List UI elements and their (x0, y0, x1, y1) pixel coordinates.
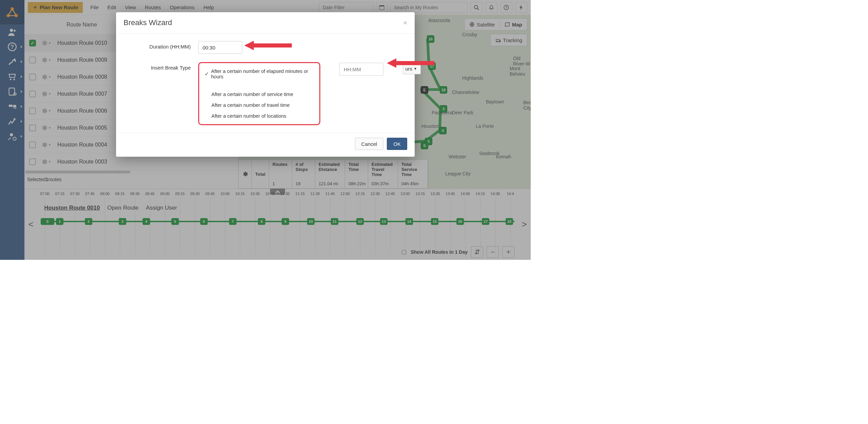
close-icon[interactable]: × (403, 19, 407, 27)
break-type-option-elapsed[interactable]: ✓After a certain number of elapsed minut… (199, 66, 319, 82)
break-value-input[interactable] (339, 63, 383, 76)
cancel-button[interactable]: Cancel (355, 138, 384, 150)
duration-label: Duration (HH:MM) (124, 41, 198, 50)
break-type-option-locations[interactable]: ✓After a certain number of locations (199, 111, 319, 121)
annotation-arrow-duration (244, 39, 292, 52)
break-type-label: Insert Break Type (124, 62, 198, 71)
break-type-dropdown[interactable]: ✓After a certain number of elapsed minut… (198, 62, 320, 125)
breaks-wizard-modal: Breaks Wizard × Duration (HH:MM) Insert … (116, 12, 415, 157)
svg-marker-27 (387, 58, 434, 68)
annotation-arrow-hhmm (387, 56, 434, 70)
duration-input[interactable] (198, 41, 242, 54)
svg-marker-26 (244, 41, 292, 50)
break-type-option-service[interactable]: ✓After a certain number of service time (199, 89, 319, 100)
ok-button[interactable]: OK (387, 138, 407, 150)
modal-title: Breaks Wizard (124, 18, 172, 27)
break-type-option-travel[interactable]: ✓After a certain number of travel time (199, 100, 319, 111)
